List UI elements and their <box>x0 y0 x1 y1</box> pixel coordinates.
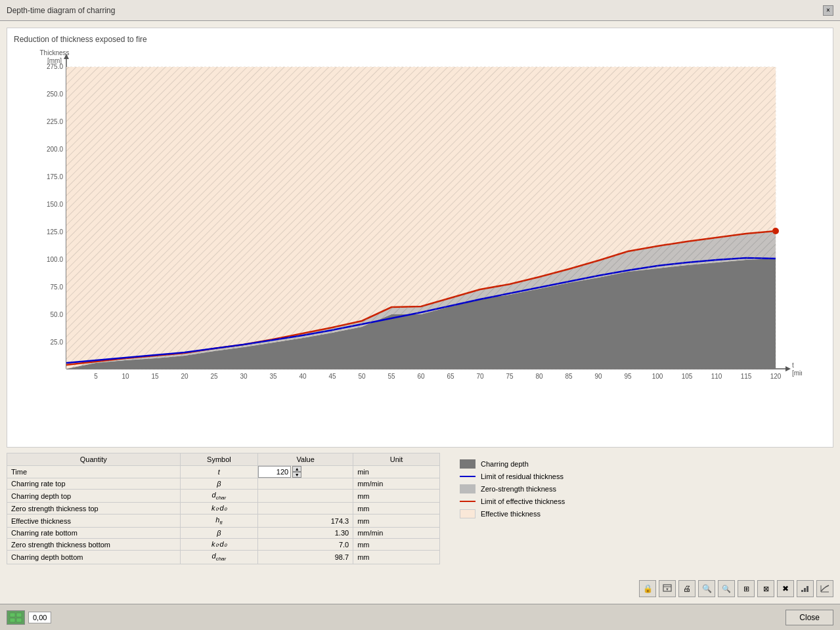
row-symbol: β <box>180 528 258 539</box>
svg-text:25: 25 <box>210 373 218 380</box>
row-value: 7.0 <box>258 539 353 551</box>
legend-box-charring-depth <box>460 459 475 469</box>
table-row: Time t ▲ ▼ <box>7 466 440 478</box>
svg-text:15: 15 <box>151 373 159 380</box>
export-button[interactable]: ▼ <box>659 580 676 597</box>
zoom-reset-button[interactable]: ⊠ <box>757 580 774 597</box>
zoom-out-icon: 🔍 <box>722 585 731 593</box>
chart-bar-icon <box>801 585 810 593</box>
row-value: 1.30 <box>258 528 353 539</box>
chart-type-1-button[interactable] <box>797 580 814 597</box>
window-close-button[interactable]: × <box>823 5 833 16</box>
row-quantity: Charring depth top <box>7 490 181 503</box>
svg-text:[min]: [min] <box>792 369 802 377</box>
svg-text:150.0: 150.0 <box>47 201 63 208</box>
legend-item-residual: Limit of residual thickness <box>460 472 833 480</box>
row-quantity: Zero strength thickness bottom <box>7 539 181 551</box>
svg-text:▼: ▼ <box>665 587 669 591</box>
svg-text:90: 90 <box>594 373 602 380</box>
data-table: Quantity Symbol Value Unit Time t <box>7 453 440 564</box>
time-increment-button[interactable]: ▲ <box>292 466 301 472</box>
legend-box-zero-strength <box>460 484 475 494</box>
svg-text:250.0: 250.0 <box>47 91 63 98</box>
save-button[interactable]: 🔒 <box>639 580 656 597</box>
legend-section: Charring depth Limit of residual thickne… <box>447 453 833 580</box>
table-row: Charring depth top dchar mm <box>7 490 440 503</box>
row-quantity: Charring rate bottom <box>7 528 181 539</box>
col-header-symbol: Symbol <box>180 453 258 466</box>
svg-text:100.0: 100.0 <box>47 256 63 263</box>
time-decrement-button[interactable]: ▼ <box>292 472 301 478</box>
chart-area: Thickness [mm] <box>14 47 826 395</box>
table-row: Charring rate top β mm/min <box>7 478 440 490</box>
row-value <box>258 503 353 514</box>
clear-button[interactable]: ✖ <box>777 580 794 597</box>
time-spinner[interactable]: ▲ ▼ <box>258 466 353 478</box>
svg-text:25.0: 25.0 <box>51 339 64 346</box>
row-unit: mm <box>353 514 440 528</box>
row-unit: mm <box>353 551 440 564</box>
row-value: 174.3 <box>258 514 353 528</box>
row-quantity: Time <box>7 466 181 478</box>
svg-text:Thickness: Thickness <box>39 49 69 56</box>
bottom-section: Quantity Symbol Value Unit Time t <box>7 453 833 597</box>
row-quantity: Effective thickness <box>7 514 181 528</box>
svg-rect-94 <box>801 590 803 592</box>
footer-value: 0,00 <box>28 612 51 623</box>
svg-text:175.0: 175.0 <box>47 173 63 180</box>
footer-left: 0,00 <box>7 610 51 625</box>
svg-text:10: 10 <box>122 373 129 380</box>
time-input[interactable] <box>258 466 291 478</box>
footer: 0,00 Close <box>0 604 840 630</box>
chart-type-2-button[interactable] <box>816 580 833 597</box>
footer-green-button[interactable] <box>7 610 25 625</box>
table-row: Charring rate bottom β 1.30 mm/min <box>7 528 440 539</box>
row-value[interactable]: ▲ ▼ <box>258 466 353 478</box>
col-header-value: Value <box>258 453 353 466</box>
svg-text:55: 55 <box>387 373 395 380</box>
table-row: Zero strength thickness top k₀·d₀ mm <box>7 503 440 514</box>
svg-rect-96 <box>807 586 808 592</box>
zoom-fit-icon: ⊞ <box>743 585 749 593</box>
svg-text:50.0: 50.0 <box>51 311 64 318</box>
row-unit: mm <box>353 490 440 503</box>
row-symbol: k₀·d₀ <box>180 503 258 514</box>
main-content: Reduction of thickness exposed to fire <box>0 21 840 604</box>
svg-text:45: 45 <box>328 373 336 380</box>
svg-text:60: 60 <box>417 373 425 380</box>
row-symbol: β <box>180 478 258 490</box>
row-unit: min <box>353 466 440 478</box>
row-unit: mm <box>353 539 440 551</box>
svg-text:50: 50 <box>358 373 366 380</box>
svg-text:120: 120 <box>770 373 782 380</box>
chart-container: Reduction of thickness exposed to fire <box>7 28 833 448</box>
col-header-quantity: Quantity <box>7 453 181 466</box>
svg-rect-95 <box>804 588 806 592</box>
zoom-in-button[interactable]: 🔍 <box>698 580 715 597</box>
svg-text:75: 75 <box>506 373 514 380</box>
row-symbol: dchar <box>180 490 258 503</box>
close-button[interactable]: Close <box>785 610 833 625</box>
row-unit: mm/min <box>353 528 440 539</box>
svg-text:5: 5 <box>94 373 98 380</box>
svg-text:70: 70 <box>476 373 484 380</box>
print-button[interactable]: 🖨 <box>678 580 696 597</box>
svg-rect-102 <box>16 618 22 622</box>
zoom-out-button[interactable]: 🔍 <box>718 580 735 597</box>
zoom-fit-button[interactable]: ⊞ <box>738 580 755 597</box>
svg-text:65: 65 <box>447 373 454 380</box>
row-unit: mm <box>353 503 440 514</box>
row-quantity: Charring depth bottom <box>7 551 181 564</box>
svg-rect-101 <box>10 618 15 622</box>
row-value: 98.7 <box>258 551 353 564</box>
svg-text:110: 110 <box>711 373 722 380</box>
svg-text:200.0: 200.0 <box>47 146 63 153</box>
svg-text:95: 95 <box>624 373 632 380</box>
window-title: Depth-time diagram of charring <box>7 6 115 15</box>
svg-text:105: 105 <box>682 373 693 380</box>
svg-text:35: 35 <box>269 373 277 380</box>
svg-text:125.0: 125.0 <box>47 228 63 236</box>
row-value <box>258 478 353 490</box>
svg-rect-99 <box>10 613 15 617</box>
svg-text:275.0: 275.0 <box>47 63 63 70</box>
